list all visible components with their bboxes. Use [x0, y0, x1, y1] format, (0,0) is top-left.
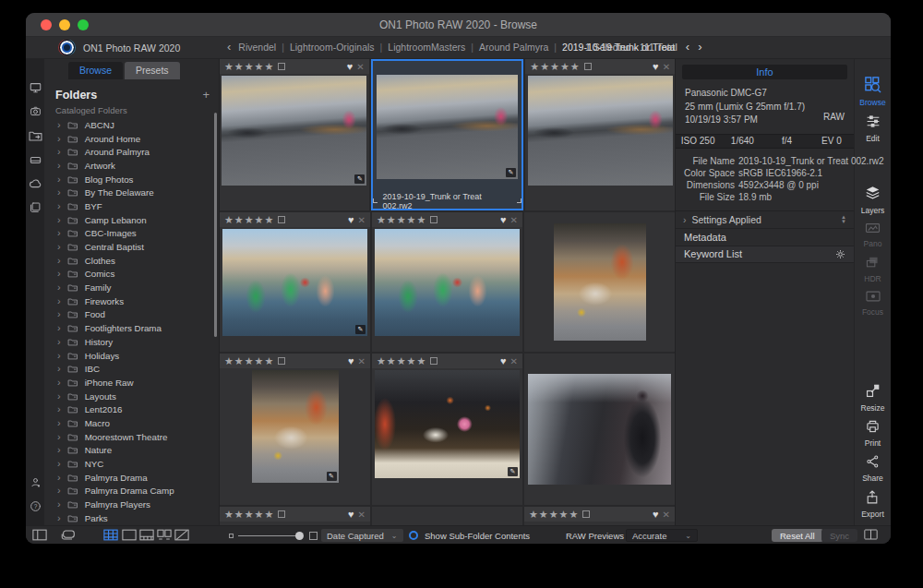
thumbnail-size-slider[interactable] — [238, 535, 299, 536]
module-resize[interactable]: Resize — [861, 383, 885, 413]
albums-icon[interactable] — [29, 201, 42, 213]
module-export[interactable]: Export — [861, 489, 884, 519]
user-icon[interactable] — [29, 476, 42, 488]
like-icon[interactable]: ♥ — [653, 510, 659, 520]
camera-icon[interactable] — [29, 105, 42, 117]
like-icon[interactable]: ♥ — [500, 356, 507, 366]
label-checkbox[interactable] — [430, 216, 438, 223]
reject-icon[interactable]: ✕ — [510, 215, 518, 225]
module-layers[interactable]: Layers — [861, 185, 885, 215]
photo-thumbnail[interactable] — [528, 76, 673, 186]
photo-thumbnail[interactable]: ✎ — [222, 76, 366, 186]
like-icon[interactable]: ♥ — [348, 356, 354, 366]
monitor-icon[interactable] — [29, 81, 42, 93]
folder-item[interactable]: ›Moorestown Theatre — [44, 430, 219, 444]
expand-chevron-icon[interactable]: › — [57, 446, 61, 454]
metadata-section[interactable]: Metadata — [676, 228, 854, 246]
reject-icon[interactable]: ✕ — [510, 356, 518, 366]
like-icon[interactable]: ♥ — [347, 62, 354, 72]
folder-item[interactable]: ›By The Delaware — [44, 186, 219, 199]
reject-icon[interactable]: ✕ — [663, 510, 670, 520]
expand-chevron-icon[interactable]: › — [57, 202, 61, 210]
expand-chevron-icon[interactable]: › — [57, 310, 61, 318]
gear-icon[interactable] — [835, 249, 845, 259]
star-rating[interactable]: ★★★★★ — [224, 509, 274, 520]
folder-item[interactable]: ›Macro — [44, 416, 219, 430]
module-print[interactable]: Print — [865, 419, 881, 448]
stepper-icon[interactable]: ▲▼ — [841, 215, 846, 224]
expand-chevron-icon[interactable]: › — [57, 433, 61, 441]
folder-item[interactable]: ›Holidays — [44, 349, 219, 363]
folder-item[interactable]: ›Parks — [44, 511, 219, 522]
label-checkbox[interactable] — [278, 216, 285, 223]
folder-item[interactable]: ›Comics — [44, 268, 219, 282]
label-checkbox[interactable] — [430, 357, 438, 365]
photo-cell[interactable] — [372, 507, 522, 525]
folder-item[interactable]: ›Palmyra Players — [44, 498, 219, 511]
label-checkbox[interactable] — [278, 63, 285, 70]
photo-thumbnail[interactable]: ✎ — [222, 229, 367, 336]
stack-view-icon[interactable] — [60, 529, 77, 541]
expand-chevron-icon[interactable]: › — [57, 216, 61, 224]
folder-item[interactable]: ›Lent2016 — [44, 402, 219, 416]
folder-item[interactable]: ›Footlighters Drama — [44, 321, 219, 335]
expand-chevron-icon[interactable]: › — [57, 500, 61, 509]
tab-presets[interactable]: Presets — [125, 62, 180, 79]
label-checkbox[interactable] — [584, 63, 592, 70]
photo-cell[interactable]: ★★★★★♥✕ — [220, 507, 370, 525]
expand-chevron-icon[interactable]: › — [57, 188, 61, 197]
breadcrumb-item[interactable]: Rivendel — [238, 42, 276, 53]
dual-pane-icon[interactable] — [864, 529, 878, 540]
photo-cell-selected[interactable]: ✎2019-10-19_Trunk or Treat 002.rw2 — [371, 59, 524, 210]
folder-item[interactable]: ›CBC-Images — [44, 227, 219, 241]
sort-checkbox[interactable] — [309, 532, 318, 540]
folder-item[interactable]: ›Camp Lebanon — [44, 213, 219, 227]
sort-dropdown[interactable]: Date Captured ⌄ — [321, 529, 403, 542]
photo-thumbnail[interactable]: ✎ — [375, 370, 520, 478]
reject-icon[interactable]: ✕ — [663, 62, 670, 72]
tab-browse[interactable]: Browse — [68, 62, 123, 79]
breadcrumb-item[interactable]: LightroomMasters — [388, 42, 465, 53]
photo-cell[interactable]: ★★★★★♥✕ — [525, 59, 675, 210]
like-icon[interactable]: ♥ — [348, 510, 354, 520]
expand-chevron-icon[interactable]: › — [57, 405, 61, 414]
like-icon[interactable]: ♥ — [348, 215, 354, 225]
folder-item[interactable]: ›Clothes — [44, 254, 219, 268]
expand-chevron-icon[interactable]: › — [57, 324, 61, 332]
photo-thumbnail[interactable] — [554, 223, 646, 341]
photo-cell[interactable] — [524, 354, 675, 505]
subfolder-toggle[interactable] — [409, 531, 418, 540]
prev-photo-icon[interactable]: ‹ — [686, 42, 689, 52]
module-edit[interactable]: Edit — [865, 114, 881, 143]
breadcrumb-item[interactable]: Lightroom-Originals — [290, 42, 375, 53]
reset-all-button[interactable]: Reset All — [772, 529, 823, 542]
label-checkbox[interactable] — [582, 510, 590, 518]
expand-chevron-icon[interactable]: › — [57, 257, 61, 265]
folder-item[interactable]: ›IBC — [44, 362, 219, 376]
expand-chevron-icon[interactable]: › — [57, 365, 61, 373]
folder-item[interactable]: ›NYC — [44, 457, 219, 471]
expand-chevron-icon[interactable]: › — [57, 135, 61, 143]
module-focus[interactable]: Focus — [862, 290, 883, 317]
photo-cell[interactable]: ★★★★★♥✕✎ — [220, 59, 369, 210]
expand-chevron-icon[interactable]: › — [57, 270, 61, 278]
folder-item[interactable]: ›Around Palmyra — [44, 145, 219, 159]
folder-item[interactable]: ›Central Baptist — [44, 240, 219, 254]
folder-item[interactable]: ›History — [44, 335, 219, 349]
folder-item[interactable]: ›Palmyra Drama — [44, 471, 219, 485]
folder-item[interactable]: ›Palmyra Drama Camp — [44, 485, 219, 498]
breadcrumb-back-icon[interactable]: ‹ — [227, 42, 231, 52]
add-folder-button[interactable]: + — [202, 88, 210, 102]
photo-thumbnail[interactable]: ✎ — [377, 75, 518, 179]
expand-chevron-icon[interactable]: › — [57, 352, 61, 360]
grid-view-icon[interactable] — [103, 529, 118, 541]
folder-item[interactable]: ›ABCNJ — [44, 118, 219, 132]
star-rating[interactable]: ★★★★★ — [224, 61, 274, 72]
expand-chevron-icon[interactable]: › — [57, 514, 61, 522]
photo-cell[interactable]: ★★★★★♥✕✎ — [220, 354, 370, 505]
expand-chevron-icon[interactable]: › — [57, 121, 61, 129]
detail-view-icon[interactable] — [122, 529, 137, 541]
folder-item[interactable]: ›Layouts — [44, 390, 219, 403]
expand-chevron-icon[interactable]: › — [683, 214, 687, 225]
star-rating[interactable]: ★★★★★ — [377, 214, 426, 225]
